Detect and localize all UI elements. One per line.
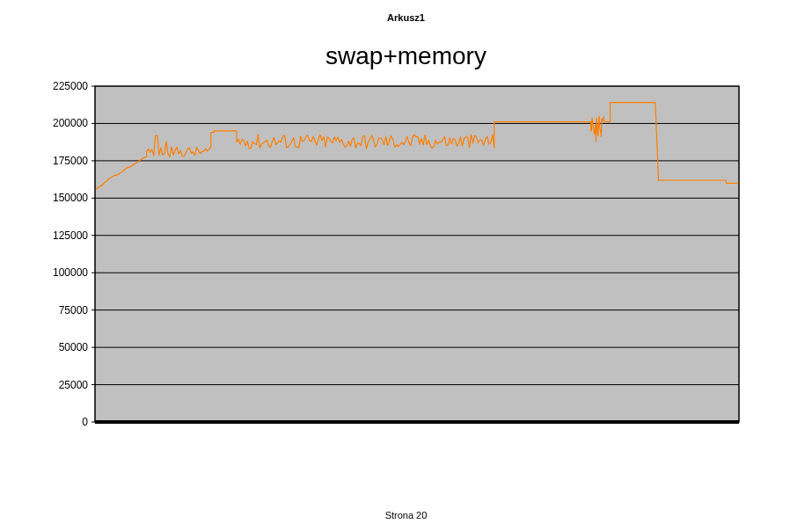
svg-text:50000: 50000 <box>59 341 89 353</box>
chart: 0250005000075000100000125000150000175000… <box>44 79 748 431</box>
svg-text:100000: 100000 <box>53 266 88 279</box>
svg-text:175000: 175000 <box>53 155 88 167</box>
chart-title: swap+memory <box>0 42 812 70</box>
svg-text:150000: 150000 <box>53 192 88 204</box>
svg-text:225000: 225000 <box>53 80 88 92</box>
page-footer: Strona 20 <box>0 510 812 520</box>
svg-text:200000: 200000 <box>53 117 88 129</box>
svg-text:75000: 75000 <box>59 304 89 316</box>
sheet-name: Arkusz1 <box>0 12 812 23</box>
svg-text:125000: 125000 <box>53 229 88 242</box>
svg-text:25000: 25000 <box>59 379 89 391</box>
svg-text:0: 0 <box>82 416 88 428</box>
